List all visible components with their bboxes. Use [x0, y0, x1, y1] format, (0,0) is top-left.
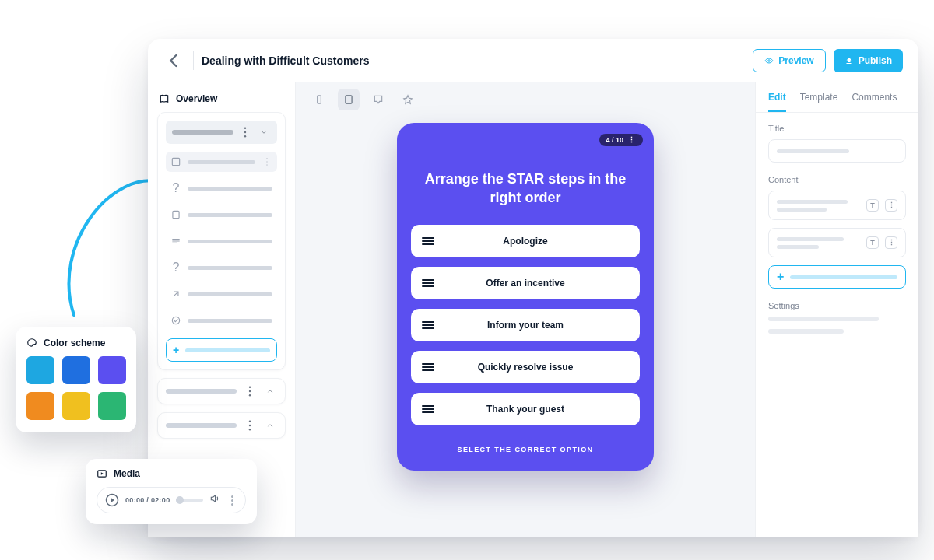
play-icon[interactable]	[105, 493, 119, 507]
color-swatch[interactable]	[62, 356, 90, 384]
slide-list: ? ?	[166, 152, 277, 331]
drag-handle-icon[interactable]	[422, 321, 434, 329]
settings-section: Settings	[756, 290, 918, 335]
svg-point-15	[249, 429, 251, 430]
overview-header: Overview	[148, 82, 295, 112]
svg-point-3	[244, 135, 246, 137]
sortable-option[interactable]: Thank your guest	[411, 393, 640, 425]
drag-handle-icon[interactable]	[422, 237, 434, 245]
title-section: Title	[756, 113, 918, 164]
placeholder-line	[172, 130, 234, 135]
favorite-button[interactable]	[397, 89, 419, 110]
slide-more-button[interactable]	[262, 156, 272, 167]
settings-label: Settings	[768, 301, 906, 310]
color-swatch[interactable]	[98, 356, 126, 384]
publish-label: Publish	[859, 55, 892, 66]
sortable-option[interactable]: Offer an incentive	[411, 267, 640, 299]
publish-button[interactable]: Publish	[834, 49, 903, 72]
chevron-up-icon	[266, 422, 274, 429]
section-more-button[interactable]	[243, 418, 257, 432]
content-label: Content	[768, 175, 906, 184]
svg-point-13	[249, 421, 251, 422]
svg-point-14	[249, 425, 251, 426]
section-expand-button[interactable]	[263, 418, 277, 432]
preview-label: Preview	[778, 55, 813, 66]
comment-button[interactable]	[367, 89, 389, 110]
audio-player[interactable]: 00:00 / 02:00	[97, 487, 246, 513]
volume-button[interactable]	[209, 493, 220, 507]
placeholder-lines	[777, 200, 860, 212]
canvas-stage[interactable]: 4 / 10 ⋮ Arrange the STAR steps in the r…	[296, 117, 755, 537]
app-header: Dealing with Difficult Customers Preview…	[148, 39, 918, 82]
placeholder-line	[188, 213, 272, 217]
section-more-button[interactable]	[238, 125, 252, 139]
svg-point-7	[266, 164, 268, 166]
chevron-up-icon	[266, 387, 274, 395]
content-block[interactable]: T ⋮	[768, 191, 906, 220]
back-button[interactable]	[163, 50, 185, 72]
section-header[interactable]	[166, 121, 277, 144]
color-swatch[interactable]	[62, 392, 90, 420]
audio-track[interactable]	[176, 499, 203, 502]
content-block[interactable]: T ⋮	[768, 228, 906, 257]
svg-point-10	[249, 387, 251, 388]
slide-item[interactable]	[166, 205, 277, 225]
tab-comments[interactable]: Comments	[851, 92, 897, 112]
dots-vertical-icon	[262, 156, 272, 167]
slide-item[interactable]	[166, 310, 277, 331]
page-indicator[interactable]: 4 / 10 ⋮	[599, 134, 643, 146]
slide-item[interactable]	[166, 231, 277, 251]
color-swatch[interactable]	[98, 392, 126, 420]
option-label: Thank your guest	[434, 404, 629, 415]
drag-handle-icon[interactable]	[422, 363, 434, 371]
media-label: Media	[114, 468, 140, 479]
color-scheme-header: Color scheme	[26, 338, 125, 348]
text-type-chip[interactable]: T	[866, 236, 879, 249]
slide-item[interactable]	[166, 284, 277, 304]
title-label: Title	[768, 124, 906, 133]
add-content-button[interactable]: +	[768, 265, 906, 289]
slide-item[interactable]	[166, 152, 277, 172]
chevron-down-icon	[260, 128, 268, 136]
canvas-area: 4 / 10 ⋮ Arrange the STAR steps in the r…	[296, 82, 755, 537]
device-mobile-button[interactable]	[308, 89, 330, 110]
section-card-collapsed[interactable]	[157, 412, 286, 439]
sortable-option[interactable]: Inform your team	[411, 309, 640, 341]
header-divider	[193, 51, 194, 70]
slide-item[interactable]: ?	[166, 257, 277, 278]
section-collapse-button[interactable]	[257, 125, 271, 139]
sortable-option[interactable]: Quickly resolve issue	[411, 351, 640, 383]
link-icon	[170, 289, 181, 299]
tablet-icon	[343, 94, 354, 105]
placeholder-line	[185, 348, 270, 352]
app-body: Overview	[148, 82, 918, 537]
block-more-chip[interactable]: ⋮	[885, 199, 897, 212]
option-label: Apologize	[434, 236, 629, 247]
color-swatch[interactable]	[26, 356, 54, 384]
sortable-option[interactable]: Apologize	[411, 225, 640, 257]
audio-more-button[interactable]	[226, 495, 237, 506]
page-indicator-text: 4 / 10	[606, 136, 623, 144]
section-more-button[interactable]	[243, 384, 257, 398]
placeholder-line	[188, 240, 272, 243]
slide-item[interactable]: ?	[166, 178, 277, 198]
dots-vertical-icon: ⋮	[628, 136, 637, 144]
tab-template[interactable]: Template	[800, 92, 838, 112]
preview-button[interactable]: Preview	[753, 49, 825, 72]
title-input[interactable]	[768, 139, 906, 163]
drag-handle-icon[interactable]	[422, 405, 434, 413]
text-type-chip[interactable]: T	[866, 199, 879, 212]
lesson-preview-card: 4 / 10 ⋮ Arrange the STAR steps in the r…	[397, 123, 654, 471]
drag-handle-icon[interactable]	[422, 279, 434, 287]
section-card-collapsed[interactable]	[157, 378, 286, 404]
device-tablet-button[interactable]	[338, 89, 360, 110]
settings-placeholder	[768, 317, 906, 334]
color-swatch[interactable]	[26, 392, 54, 420]
tab-edit[interactable]: Edit	[768, 92, 786, 112]
add-slide-button[interactable]: +	[166, 338, 277, 362]
section-expand-button[interactable]	[263, 384, 277, 398]
plus-icon: +	[777, 270, 784, 284]
block-more-chip[interactable]: ⋮	[885, 236, 897, 249]
overview-scroll[interactable]: ? ?	[148, 112, 295, 456]
overview-label: Overview	[176, 93, 217, 104]
